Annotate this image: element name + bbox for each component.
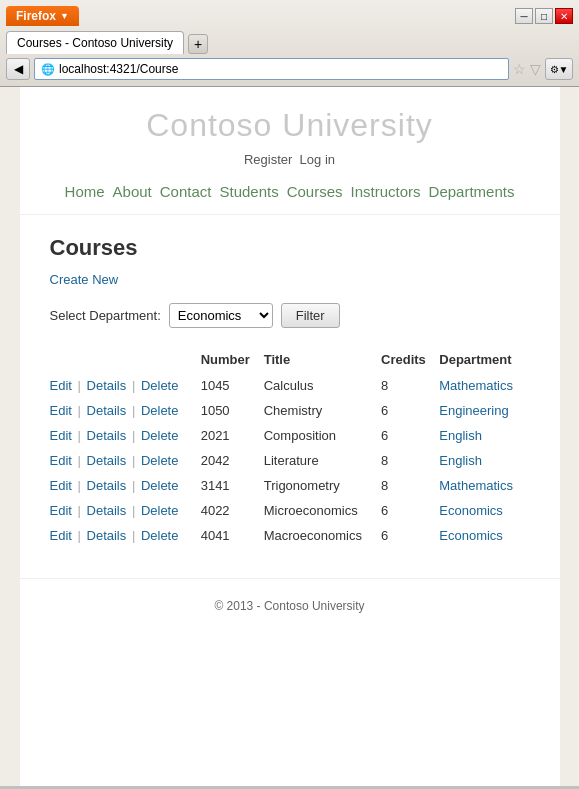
tools-button[interactable]: ⚙▼ [545, 58, 573, 80]
row-title: Calculus [264, 373, 381, 398]
register-link[interactable]: Register [244, 152, 292, 167]
login-link[interactable]: Log in [300, 152, 335, 167]
url-box[interactable]: 🌐 localhost:4321/Course [34, 58, 509, 80]
courses-table: Number Title Credits Department Edit | D… [50, 348, 530, 548]
col-title: Title [264, 348, 381, 373]
row-title: Macroeconomics [264, 523, 381, 548]
row-department: Mathematics [439, 473, 529, 498]
firefox-menu-button[interactable]: Firefox ▼ [6, 6, 79, 26]
close-button[interactable]: ✕ [555, 8, 573, 24]
minimize-button[interactable]: ─ [515, 8, 533, 24]
new-tab-icon: + [194, 36, 202, 52]
active-tab[interactable]: Courses - Contoso University [6, 31, 184, 54]
action-details-link[interactable]: Details [87, 428, 127, 443]
row-credits: 6 [381, 498, 439, 523]
action-edit-link[interactable]: Edit [50, 378, 72, 393]
action-edit-link[interactable]: Edit [50, 478, 72, 493]
row-department-link[interactable]: Economics [439, 503, 503, 518]
action-details-link[interactable]: Details [87, 378, 127, 393]
new-tab-button[interactable]: + [188, 34, 208, 54]
firefox-label: Firefox [16, 9, 56, 23]
table-row: Edit | Details | Delete1050Chemistry6Eng… [50, 398, 530, 423]
main-content: Courses Create New Select Department: Ec… [20, 215, 560, 568]
action-separator: | [128, 378, 139, 393]
tab-bar: Courses - Contoso University + [0, 28, 579, 54]
table-row: Edit | Details | Delete1045Calculus8Math… [50, 373, 530, 398]
filter-button[interactable]: Filter [281, 303, 340, 328]
row-department-link[interactable]: Economics [439, 528, 503, 543]
site-title: Contoso University [20, 107, 560, 144]
action-edit-link[interactable]: Edit [50, 453, 72, 468]
action-delete-link[interactable]: Delete [141, 428, 179, 443]
nav-instructors[interactable]: Instructors [351, 183, 421, 200]
action-separator: | [74, 503, 85, 518]
col-credits: Credits [381, 348, 439, 373]
row-actions: Edit | Details | Delete [50, 523, 201, 548]
col-department: Department [439, 348, 529, 373]
action-details-link[interactable]: Details [87, 503, 127, 518]
nav-about[interactable]: About [113, 183, 152, 200]
filter-label: Select Department: [50, 308, 161, 323]
action-delete-link[interactable]: Delete [141, 478, 179, 493]
row-department-link[interactable]: English [439, 428, 482, 443]
auth-links: Register Log in [20, 152, 560, 167]
row-department-link[interactable]: Mathematics [439, 378, 513, 393]
action-separator: | [128, 528, 139, 543]
action-details-link[interactable]: Details [87, 403, 127, 418]
row-actions: Edit | Details | Delete [50, 398, 201, 423]
row-department: Economics [439, 498, 529, 523]
bookmark-icon[interactable]: ☆ [513, 61, 526, 77]
page-content: Contoso University Register Log in Home … [20, 87, 560, 786]
row-number: 1045 [201, 373, 264, 398]
table-header-row: Number Title Credits Department [50, 348, 530, 373]
action-separator: | [74, 453, 85, 468]
row-department-link[interactable]: English [439, 453, 482, 468]
row-number: 3141 [201, 473, 264, 498]
row-number: 1050 [201, 398, 264, 423]
action-details-link[interactable]: Details [87, 478, 127, 493]
action-delete-link[interactable]: Delete [141, 378, 179, 393]
col-number: Number [201, 348, 264, 373]
row-credits: 8 [381, 448, 439, 473]
action-delete-link[interactable]: Delete [141, 453, 179, 468]
back-button[interactable]: ◀ [6, 58, 30, 80]
department-select[interactable]: Economics Engineering English Mathematic… [169, 303, 273, 328]
site-footer: © 2013 - Contoso University [20, 578, 560, 633]
action-delete-link[interactable]: Delete [141, 403, 179, 418]
window-controls: ─ □ ✕ [515, 8, 573, 24]
nav-contact[interactable]: Contact [160, 183, 212, 200]
action-details-link[interactable]: Details [87, 453, 127, 468]
action-edit-link[interactable]: Edit [50, 428, 72, 443]
nav-students[interactable]: Students [219, 183, 278, 200]
row-department-link[interactable]: Engineering [439, 403, 508, 418]
row-actions: Edit | Details | Delete [50, 423, 201, 448]
create-new-link[interactable]: Create New [50, 272, 119, 287]
row-number: 4022 [201, 498, 264, 523]
row-credits: 6 [381, 398, 439, 423]
row-title: Chemistry [264, 398, 381, 423]
action-delete-link[interactable]: Delete [141, 503, 179, 518]
page-wrapper: Contoso University Register Log in Home … [0, 87, 579, 786]
col-actions [50, 348, 201, 373]
maximize-button[interactable]: □ [535, 8, 553, 24]
row-actions: Edit | Details | Delete [50, 498, 201, 523]
dropdown-arrow-icon: ▼ [60, 11, 69, 21]
bookmark-list-icon[interactable]: ▽ [530, 61, 541, 77]
table-row: Edit | Details | Delete2042Literature8En… [50, 448, 530, 473]
nav-departments[interactable]: Departments [429, 183, 515, 200]
nav-home[interactable]: Home [65, 183, 105, 200]
action-edit-link[interactable]: Edit [50, 403, 72, 418]
action-details-link[interactable]: Details [87, 528, 127, 543]
table-row: Edit | Details | Delete3141Trigonometry8… [50, 473, 530, 498]
action-edit-link[interactable]: Edit [50, 503, 72, 518]
table-row: Edit | Details | Delete4041Macroeconomic… [50, 523, 530, 548]
nav-courses[interactable]: Courses [287, 183, 343, 200]
row-department-link[interactable]: Mathematics [439, 478, 513, 493]
table-row: Edit | Details | Delete2021Composition6E… [50, 423, 530, 448]
row-title: Microeconomics [264, 498, 381, 523]
row-credits: 6 [381, 423, 439, 448]
action-separator: | [128, 403, 139, 418]
action-edit-link[interactable]: Edit [50, 528, 72, 543]
row-number: 4041 [201, 523, 264, 548]
action-delete-link[interactable]: Delete [141, 528, 179, 543]
